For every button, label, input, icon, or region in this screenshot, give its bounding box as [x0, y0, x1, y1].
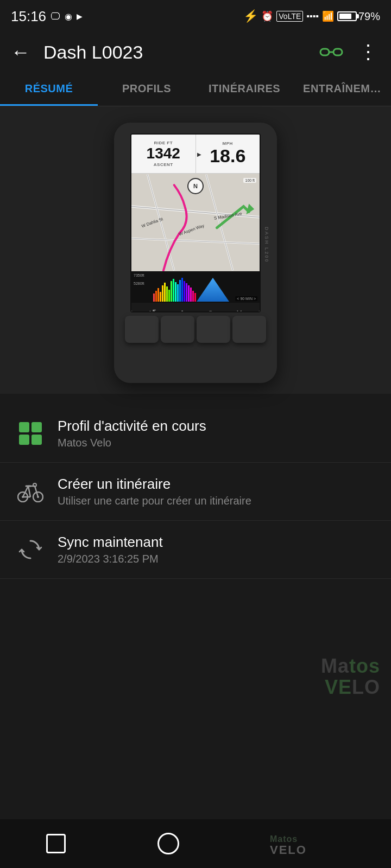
screen-icon: 🖵: [51, 11, 60, 22]
body-btn-4: [232, 316, 266, 343]
matos-velo-logo: Matos VELO: [267, 830, 349, 857]
status-left: 15:16 🖵 ◉ ▶: [11, 8, 83, 25]
elev-high: 7350ft: [134, 273, 144, 277]
sync-title: Sync maintenant: [58, 534, 375, 551]
tab-itineraires[interactable]: ITINÉRAIRES: [195, 72, 293, 106]
itinerary-subtitle: Utiliser une carte pour créer un itinéra…: [58, 495, 375, 507]
status-bar: 15:16 🖵 ◉ ▶ ⚡ ⏰ VoLTE ▪▪▪▪ 📶 79%: [0, 0, 391, 33]
bike-icon: [17, 481, 43, 502]
nav-back-icon: [46, 834, 66, 853]
device-model-label: DASH L200: [264, 227, 269, 263]
bike-icon-container: [16, 477, 45, 506]
nav-back-button[interactable]: [40, 827, 72, 860]
nav-home-icon: [157, 833, 179, 854]
device-screen: RIDE FT 1342 ASCENT MPH 18.6 ▶: [130, 133, 261, 312]
compass-icon: N: [187, 178, 204, 194]
stat-ride: RIDE FT 1342 ASCENT: [131, 135, 196, 173]
screen-home-btn: ○: [208, 307, 214, 312]
itinerary-text: Créer un itinéraire Utiliser une carte p…: [58, 476, 375, 507]
battery-container: 79%: [337, 10, 380, 23]
stat-speed: MPH 18.6 ▶: [196, 135, 260, 173]
tab-profils[interactable]: PROFILS: [98, 72, 195, 106]
body-btn-3: [197, 316, 230, 343]
watermark-line1: Matos: [321, 655, 380, 677]
status-right: ⚡ ⏰ VoLTE ▪▪▪▪ 📶 79%: [243, 9, 380, 23]
elevation-chart: 7350ft 5280ft: [131, 271, 260, 303]
grid-icon: [19, 422, 42, 445]
sync-icon: [18, 538, 42, 561]
battery-fill: [339, 14, 351, 19]
bottom-spacer: Matos VELO: [0, 590, 391, 742]
bluetooth-icon: ⚡: [243, 9, 258, 23]
activity-text: Profil d'activité en cours Matos Velo: [58, 418, 375, 449]
screen-back-btn: ↺: [148, 307, 156, 312]
status-time: 15:16: [11, 8, 46, 25]
watermark: Matos VELO: [321, 655, 380, 698]
svg-point-20: [33, 483, 36, 487]
sync-subtitle: 2/9/2023 3:16:25 PM: [58, 553, 375, 565]
activity-icon: [16, 419, 45, 448]
map-area: W Dahlia St W Aspen Way S Madison Ave N …: [131, 174, 260, 271]
itinerary-title: Créer un itinéraire: [58, 476, 375, 493]
content-sections: Profil d'activité en cours Matos Velo Cr…: [0, 394, 391, 590]
back-button[interactable]: ←: [9, 39, 33, 66]
body-btn-2: [161, 316, 194, 343]
screen-down-btn: ∨: [236, 307, 243, 312]
svg-rect-1: [333, 49, 342, 55]
watermark-line2: VELO: [321, 676, 380, 698]
device-body-buttons: [125, 316, 266, 343]
battery-percent: 79%: [358, 10, 380, 23]
svg-text:Matos: Matos: [270, 834, 298, 844]
svg-rect-0: [320, 49, 329, 55]
battery-icon: [337, 11, 357, 21]
screen-stats: RIDE FT 1342 ASCENT MPH 18.6 ▶: [131, 135, 260, 174]
elev-bars: [131, 271, 230, 303]
nav-logo-area: Matos VELO: [264, 827, 351, 860]
tabs: RÉSUMÉ PROFILS ITINÉRAIRES ENTRAÎNEM…: [0, 72, 391, 106]
map-scale: 100 ft: [243, 178, 256, 183]
alarm-icon: ⏰: [261, 10, 273, 22]
tab-entrainement[interactable]: ENTRAÎNEM…: [293, 72, 391, 106]
volte-icon: VoLTE: [276, 11, 303, 22]
body-btn-1: [125, 316, 159, 343]
create-itinerary-item[interactable]: Créer un itinéraire Utiliser une carte p…: [0, 463, 391, 521]
tab-resume[interactable]: RÉSUMÉ: [0, 72, 98, 106]
sync-icon-container: [16, 535, 45, 564]
wifi-icon: 📶: [322, 10, 334, 22]
activity-profile-item[interactable]: Profil d'activité en cours Matos Velo: [0, 405, 391, 463]
media-icon: ◉: [65, 11, 72, 22]
screen-up-btn: ∧: [179, 307, 186, 312]
header: ← Dash L0023 ⋮: [0, 33, 391, 72]
play-indicator: ▶: [197, 151, 201, 157]
more-button[interactable]: ⋮: [354, 39, 382, 66]
sync-text: Sync maintenant 2/9/2023 3:16:25 PM: [58, 534, 375, 565]
nav-bar: Matos VELO: [0, 819, 391, 868]
device-container: RIDE FT 1342 ASCENT MPH 18.6 ▶: [0, 106, 391, 394]
svg-text:VELO: VELO: [270, 843, 307, 857]
page-title: Dash L0023: [43, 42, 308, 63]
nav-home-button[interactable]: [152, 827, 185, 860]
screen-nav-buttons: ↺ ∧ ○ ∨: [131, 303, 260, 312]
time-range-label: < 90 MIN >: [235, 296, 257, 301]
sync-item[interactable]: Sync maintenant 2/9/2023 3:16:25 PM: [0, 521, 391, 579]
signal-icon: ▪▪▪▪: [306, 11, 319, 21]
link-icon[interactable]: [319, 44, 343, 60]
elev-low: 5280ft: [134, 282, 144, 285]
play-icon: ▶: [77, 12, 83, 21]
gps-device: RIDE FT 1342 ASCENT MPH 18.6 ▶: [114, 123, 277, 383]
activity-title: Profil d'activité en cours: [58, 418, 375, 435]
activity-subtitle: Matos Velo: [58, 437, 375, 449]
